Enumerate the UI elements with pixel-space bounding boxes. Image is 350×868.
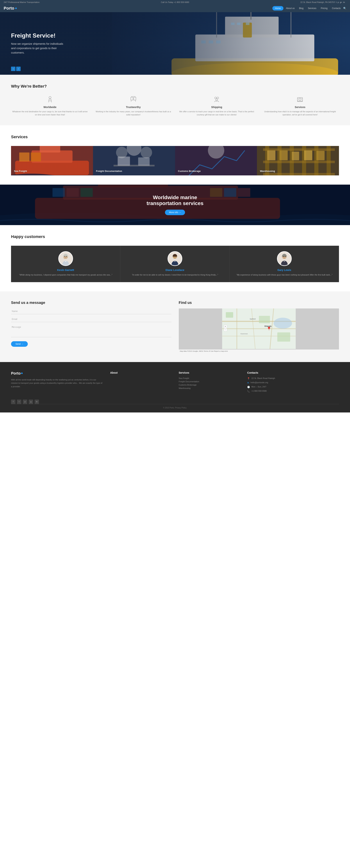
hero-title: Freight Service! bbox=[11, 32, 66, 39]
customers-section: Happy customers bbox=[0, 225, 350, 291]
topbar-phone: Call Us Today +1 800 559 6680 bbox=[118, 1, 232, 3]
trustworthy-desc: Working in the industry for many years, … bbox=[94, 110, 172, 116]
footer-logo-text: Porto bbox=[11, 371, 21, 375]
kevin-avatar bbox=[58, 251, 73, 266]
svg-point-78 bbox=[283, 256, 284, 257]
svg-point-90 bbox=[274, 318, 292, 329]
worldwide-label: Worldwide bbox=[11, 106, 89, 108]
svg-point-94 bbox=[268, 327, 270, 329]
map-credit: Map data ©2015 Google, INEGI Terms of Us… bbox=[179, 349, 339, 353]
gary-name[interactable]: Gary Lewis bbox=[234, 269, 335, 272]
trustworthy-label: Trustworthy bbox=[94, 106, 172, 108]
nav-services[interactable]: Services bbox=[306, 6, 318, 10]
social-google-icon[interactable]: g+ bbox=[340, 1, 342, 3]
why-better-title: Why We're Better? bbox=[11, 84, 339, 89]
worldwide-icon bbox=[11, 95, 89, 103]
svg-point-20 bbox=[217, 97, 219, 99]
footer-facebook-icon[interactable]: f bbox=[11, 400, 15, 404]
nav-blog[interactable]: Blog bbox=[297, 6, 305, 10]
customer-diane: Diane Lovelace "In order for me to be ab… bbox=[120, 246, 229, 282]
phone-icon: 📞 bbox=[247, 390, 250, 393]
service-sea-freight[interactable]: Sea Freight bbox=[11, 146, 93, 176]
customs-label: Customs Brokerage bbox=[178, 170, 201, 173]
name-field[interactable] bbox=[11, 308, 171, 314]
kevin-quote: "While doing my business, I depend upon … bbox=[15, 273, 116, 277]
contact-form-area: Send us a message Send → bbox=[11, 301, 171, 353]
svg-point-21 bbox=[216, 99, 218, 101]
feature-trustworthy: Trustworthy Working in the industry for … bbox=[94, 95, 172, 116]
logo[interactable]: Porto bbox=[4, 6, 17, 11]
footer: Porto With all the world trade still dep… bbox=[0, 362, 350, 412]
banner-section: Worldwide marine transportation services… bbox=[0, 185, 350, 225]
services-grid: Sea Freight Freight Documentation bbox=[11, 146, 339, 176]
features-grid: Worldwide Whatever the end destination f… bbox=[11, 95, 339, 116]
email-field[interactable] bbox=[11, 316, 171, 322]
svg-rect-52 bbox=[267, 150, 276, 160]
footer-email: ✉ hello@portosite.org bbox=[247, 381, 339, 384]
footer-pinterest-icon[interactable]: p bbox=[23, 400, 27, 404]
nav-contacts[interactable]: Contacts bbox=[330, 6, 343, 10]
svg-text:Sanford: Sanford bbox=[250, 318, 255, 320]
feature-worldwide: Worldwide Whatever the end destination f… bbox=[11, 95, 89, 116]
diane-quote: "In order for me to be able to sell my b… bbox=[125, 273, 225, 277]
svg-rect-32 bbox=[31, 152, 41, 161]
svg-text:Orlando: Orlando bbox=[264, 325, 271, 327]
service-customs-brokerage[interactable]: Customs Brokerage bbox=[175, 146, 257, 176]
hero-next-arrow[interactable]: › bbox=[16, 67, 21, 71]
footer-sea-freight[interactable]: Sea Freight bbox=[179, 377, 240, 379]
svg-rect-28 bbox=[15, 161, 89, 175]
svg-point-79 bbox=[285, 256, 286, 257]
worldwide-desc: Whatever the end destination for your ca… bbox=[11, 110, 89, 116]
social-linkedin-icon[interactable]: in bbox=[343, 1, 345, 3]
svg-rect-39 bbox=[138, 157, 150, 166]
kevin-name[interactable]: Kevin Garnett bbox=[15, 269, 116, 272]
hero-subtitle: Now we organize shipments for individual… bbox=[11, 41, 66, 55]
service-warehousing[interactable]: Warehousing bbox=[257, 146, 339, 176]
search-icon[interactable]: 🔍 bbox=[343, 7, 346, 10]
contact-title: Send us a message bbox=[11, 301, 171, 305]
services-section: Services Sea Freight bbox=[0, 125, 350, 185]
find-us-area: Find us Sanford Orlando bbox=[179, 301, 339, 353]
shipping-desc: We offer a service to track your cargo i… bbox=[178, 110, 256, 116]
social-pinterest-icon[interactable]: p bbox=[338, 1, 339, 3]
service-freight-documentation[interactable]: Freight Documentation bbox=[93, 146, 175, 176]
svg-rect-71 bbox=[64, 258, 66, 259]
footer-linkedin-icon[interactable]: in bbox=[35, 400, 39, 404]
svg-rect-30 bbox=[40, 146, 60, 152]
footer-contacts: Contacts 📍 22 St. Black Road Raleigh ✉ h… bbox=[247, 371, 339, 394]
feature-shipping: Shipping We offer a service to track you… bbox=[178, 95, 256, 116]
footer-google-icon[interactable]: g bbox=[29, 400, 33, 404]
customer-kevin: Kevin Garnett "While doing my business, … bbox=[11, 246, 120, 282]
hero-prev-arrow[interactable]: ‹ bbox=[11, 67, 15, 71]
svg-rect-87 bbox=[226, 312, 233, 318]
svg-rect-88 bbox=[259, 316, 270, 323]
svg-rect-51 bbox=[263, 173, 335, 176]
svg-rect-89 bbox=[277, 332, 290, 342]
contact-section: Send us a message Send → Find us bbox=[0, 291, 350, 362]
footer-services-title: Services bbox=[179, 371, 240, 374]
shipping-icon bbox=[178, 95, 256, 103]
nav-about[interactable]: About us bbox=[284, 6, 296, 10]
topbar-socials: f t p g+ in bbox=[335, 1, 345, 3]
gary-avatar bbox=[277, 251, 292, 266]
social-facebook-icon[interactable]: f bbox=[335, 1, 335, 3]
feature-services: Services Understanding how vital it is t… bbox=[261, 95, 339, 116]
nav-pricing[interactable]: Pricing bbox=[319, 6, 329, 10]
footer-customs[interactable]: Customs Brokerage bbox=[179, 384, 240, 386]
footer-freight-doc[interactable]: Freight Documentation bbox=[179, 380, 240, 383]
nav-home[interactable]: Home bbox=[273, 6, 283, 10]
footer-warehousing[interactable]: Warehousing bbox=[179, 387, 240, 389]
message-field[interactable] bbox=[11, 324, 171, 337]
social-twitter-icon[interactable]: t bbox=[336, 1, 337, 3]
footer-twitter-icon[interactable]: t bbox=[17, 400, 21, 404]
svg-point-69 bbox=[64, 256, 65, 257]
send-button[interactable]: Send → bbox=[11, 341, 28, 347]
banner-more-info-button[interactable]: More info → bbox=[165, 210, 185, 215]
svg-rect-18 bbox=[134, 97, 136, 100]
hero-arrows: ‹ › bbox=[11, 67, 21, 71]
warehousing-label: Warehousing bbox=[260, 170, 275, 173]
footer-bottom: © 2015 Porto. Privacy Policy. bbox=[11, 404, 339, 409]
footer-contacts-title: Contacts bbox=[247, 371, 339, 374]
diane-name[interactable]: Diane Lovelace bbox=[125, 269, 225, 272]
copyright-text: © 2015 Porto. Privacy Policy. bbox=[163, 407, 187, 409]
